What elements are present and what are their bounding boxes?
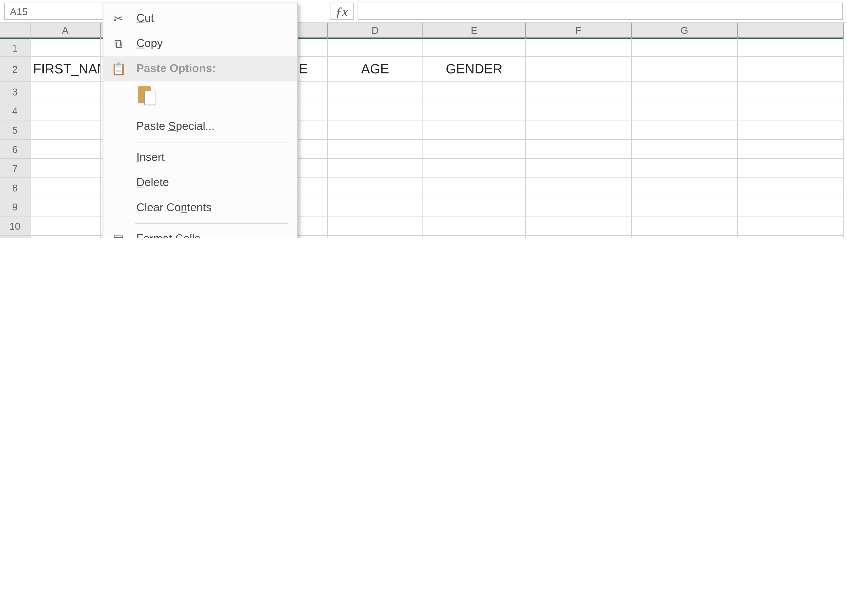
- cell[interactable]: [632, 197, 738, 217]
- cell[interactable]: [738, 38, 844, 57]
- cell[interactable]: [328, 38, 423, 57]
- row-head[interactable]: 7: [0, 159, 31, 178]
- cell[interactable]: [423, 82, 526, 101]
- paste-default-icon[interactable]: [135, 84, 158, 107]
- col-head-e[interactable]: E: [423, 23, 526, 38]
- cell[interactable]: [31, 140, 100, 159]
- row-head[interactable]: 11: [0, 236, 31, 238]
- cell[interactable]: [423, 38, 526, 57]
- cell[interactable]: [526, 82, 632, 101]
- row-head-2[interactable]: 2: [0, 57, 31, 82]
- cell[interactable]: [738, 57, 844, 82]
- menu-insert[interactable]: Insert: [103, 145, 297, 170]
- cell[interactable]: [632, 38, 738, 57]
- cell[interactable]: [738, 82, 844, 101]
- cell[interactable]: [526, 38, 632, 57]
- cell[interactable]: [526, 140, 632, 159]
- cell[interactable]: [423, 121, 526, 140]
- cell[interactable]: [632, 101, 738, 121]
- cell-e2[interactable]: GENDER: [423, 57, 526, 82]
- cell[interactable]: [738, 121, 844, 140]
- cell-d2[interactable]: AGE: [328, 57, 423, 82]
- formula-bar[interactable]: [357, 3, 843, 20]
- row-head[interactable]: 6: [0, 140, 31, 159]
- row-head-1[interactable]: 1: [0, 38, 31, 57]
- cell[interactable]: [738, 197, 844, 217]
- row-head[interactable]: 8: [0, 178, 31, 197]
- menu-paste-special[interactable]: Paste Special...: [103, 114, 297, 139]
- cell[interactable]: [31, 159, 100, 178]
- col-head-f[interactable]: F: [526, 23, 632, 38]
- cell[interactable]: [31, 178, 100, 197]
- cell[interactable]: [632, 178, 738, 197]
- cell[interactable]: [423, 197, 526, 217]
- cell[interactable]: [738, 178, 844, 197]
- cell-a2[interactable]: FIRST_NAME: [31, 57, 100, 82]
- menu-label: Clear Contents: [136, 201, 211, 214]
- cell[interactable]: [632, 121, 738, 140]
- cell[interactable]: [328, 217, 423, 236]
- cell[interactable]: [31, 82, 100, 101]
- menu-format-cells[interactable]: ▤Format Cells...: [103, 226, 297, 238]
- cell[interactable]: [423, 140, 526, 159]
- cell[interactable]: [526, 236, 632, 238]
- cell[interactable]: [632, 82, 738, 101]
- paste-options-row: [103, 81, 297, 114]
- cell[interactable]: [738, 159, 844, 178]
- cell[interactable]: [738, 101, 844, 121]
- row-head[interactable]: 10: [0, 217, 31, 236]
- cell[interactable]: [526, 121, 632, 140]
- col-head-g[interactable]: G: [632, 23, 738, 38]
- menu-paste-options: 📋Paste Options:: [103, 56, 297, 81]
- row-head[interactable]: 5: [0, 121, 31, 140]
- menu-cut[interactable]: ✂Cut: [103, 6, 297, 31]
- cell[interactable]: [328, 82, 423, 101]
- fx-icon[interactable]: ƒx: [330, 3, 354, 20]
- cell[interactable]: [632, 236, 738, 238]
- name-box[interactable]: A15: [4, 3, 103, 20]
- cell[interactable]: [738, 140, 844, 159]
- col-head-a[interactable]: A: [31, 23, 100, 38]
- cell[interactable]: [632, 140, 738, 159]
- row-head[interactable]: 9: [0, 197, 31, 217]
- cell[interactable]: [526, 57, 632, 82]
- cell[interactable]: [423, 159, 526, 178]
- cell[interactable]: [632, 159, 738, 178]
- cell[interactable]: [328, 121, 423, 140]
- cell[interactable]: [423, 217, 526, 236]
- menu-separator: [135, 142, 288, 142]
- cell[interactable]: [526, 217, 632, 236]
- cell[interactable]: [328, 101, 423, 121]
- menu-label: Delete: [136, 176, 169, 189]
- menu-clear-contents[interactable]: Clear Contents: [103, 195, 297, 220]
- cell[interactable]: [526, 178, 632, 197]
- cell[interactable]: [526, 159, 632, 178]
- row-head[interactable]: 4: [0, 101, 31, 121]
- col-head-d[interactable]: D: [328, 23, 423, 38]
- cell[interactable]: [31, 101, 100, 121]
- cell[interactable]: [526, 101, 632, 121]
- menu-copy[interactable]: ⧉Copy: [103, 31, 297, 56]
- cell[interactable]: [31, 38, 100, 57]
- cell[interactable]: [31, 217, 100, 236]
- cell[interactable]: [423, 178, 526, 197]
- cell[interactable]: [423, 101, 526, 121]
- select-all-corner[interactable]: [0, 23, 31, 38]
- cell[interactable]: [738, 236, 844, 238]
- cell[interactable]: [328, 197, 423, 217]
- row-head[interactable]: 3: [0, 82, 31, 101]
- cell[interactable]: [31, 236, 100, 238]
- cell[interactable]: [328, 178, 423, 197]
- cell[interactable]: [31, 121, 100, 140]
- cell[interactable]: [526, 197, 632, 217]
- cell[interactable]: [31, 197, 100, 217]
- cell[interactable]: [328, 140, 423, 159]
- cell[interactable]: [738, 217, 844, 236]
- cell[interactable]: [328, 159, 423, 178]
- cell[interactable]: [632, 57, 738, 82]
- cell[interactable]: [328, 236, 423, 238]
- menu-delete[interactable]: Delete: [103, 170, 297, 195]
- cell[interactable]: [423, 236, 526, 238]
- col-head-extra[interactable]: [738, 23, 844, 38]
- cell[interactable]: [632, 217, 738, 236]
